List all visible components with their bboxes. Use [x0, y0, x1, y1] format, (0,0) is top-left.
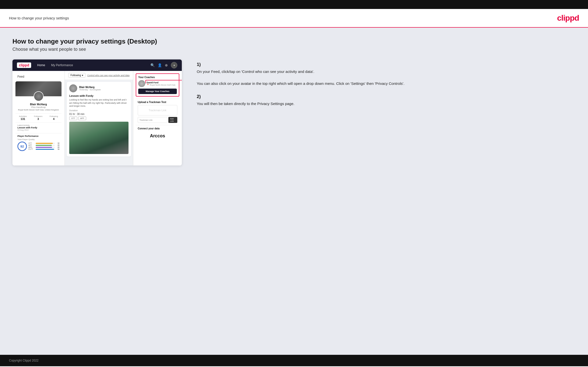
- app-navbar: clippd Home My Performance 🔍 👤 ⊕ ▾: [12, 59, 182, 71]
- feed-avatar: [69, 84, 77, 92]
- profile-avatar-wrap: [15, 91, 62, 101]
- feed-tag: OTT: [69, 116, 77, 120]
- header: How to change your privacy settings clip…: [0, 9, 588, 28]
- clippd-logo: clippd: [557, 13, 579, 23]
- pp-bar-track: [36, 147, 55, 148]
- feed-header: Following ▾ Control who can see your act…: [65, 71, 133, 80]
- pp-bar-val: 96: [56, 148, 60, 150]
- instruction-1: 1) On your Feed, click/tap on 'Control w…: [197, 62, 576, 87]
- profile-stats: Activities 131 Followers 3 Following 4: [15, 113, 62, 122]
- connect-section: Connect your data Arccos: [136, 125, 179, 143]
- instruction-2-text: You will then be taken directly to the P…: [197, 101, 576, 107]
- copyright: Copyright Clippd 2022: [9, 359, 39, 362]
- instructions: 1) On your Feed, click/tap on 'Control w…: [192, 59, 576, 114]
- privacy-link[interactable]: Control who can see your activity and da…: [87, 74, 130, 77]
- instruction-2-num: 2): [197, 94, 576, 99]
- nav-icons: 🔍 👤 ⊕ ▾: [150, 62, 177, 68]
- stat-activities: Activities 131: [19, 115, 27, 120]
- search-icon[interactable]: 🔍: [150, 63, 155, 67]
- feed-tab[interactable]: Feed: [15, 74, 62, 79]
- profile-name: Blair McHarg: [17, 103, 60, 106]
- trackman-input-row: Add Link: [138, 117, 177, 123]
- feed-user-info: Blair McHarg Yesterday · Sunningdale: [79, 86, 101, 91]
- pp-score: 92: [17, 142, 27, 151]
- feed-card-header: Blair McHarg Yesterday · Sunningdale: [69, 84, 129, 92]
- location-icon: 📍: [147, 84, 149, 86]
- feed-card: Blair McHarg Yesterday · Sunningdale Les…: [67, 82, 131, 157]
- pp-bar-row: APP 85: [28, 144, 60, 146]
- two-col-layout: clippd Home My Performance 🔍 👤 ⊕ ▾ Feed: [12, 59, 576, 165]
- coach-info: David Ford 📍 Royal North Devon Golf Club: [147, 81, 175, 86]
- page-title-section: How to change your privacy settings (Des…: [12, 38, 576, 52]
- feed-tag: APP: [78, 116, 86, 120]
- pp-bar-fill: [36, 147, 52, 148]
- pp-bar-label: PUTT: [28, 148, 35, 150]
- pp-bar-label: OTT: [28, 142, 35, 144]
- pp-bar-fill: [36, 149, 54, 150]
- profile-club: Royal North Devon Golf Club, United King…: [17, 109, 60, 111]
- main-content: How to change your privacy settings (Des…: [0, 28, 588, 355]
- feed-tags: OTTAPP: [69, 116, 129, 120]
- trackman-placeholder: Trackman Link: [140, 109, 175, 112]
- trackman-box: Trackman Link: [138, 105, 177, 115]
- lesson-desc: Looking to feel like my hands are exitin…: [69, 98, 129, 108]
- person-icon[interactable]: 👤: [158, 63, 162, 67]
- coach-club: 📍 Royal North Devon Golf Club: [147, 84, 175, 86]
- player-performance: Player Performance Total Player Quality …: [15, 133, 62, 153]
- pp-bar-val: 86: [56, 146, 60, 148]
- app-logo: clippd: [17, 62, 31, 68]
- highlight-box: Your Coaches David Ford 📍 Royal North De…: [136, 73, 179, 97]
- page-title: How to change your privacy settings (Des…: [12, 38, 576, 45]
- pp-bar-row: ARG 86: [28, 146, 60, 148]
- app-body: Feed Blair McHarg Plus Handicap Royal No: [12, 71, 182, 165]
- pp-bar-fill: [36, 143, 53, 144]
- stat-following: Following 4: [50, 115, 58, 120]
- profile-info: Blair McHarg Plus Handicap Royal North D…: [15, 101, 62, 112]
- pp-bar-track: [36, 145, 55, 146]
- instruction-2: 2) You will then be taken directly to th…: [197, 94, 576, 107]
- footer: Copyright Clippd 2022: [0, 355, 588, 366]
- profile-card: Blair McHarg Plus Handicap Royal North D…: [15, 81, 62, 153]
- top-bar: [0, 0, 588, 9]
- pp-bar-val: 85: [56, 144, 60, 146]
- pp-bar-track: [36, 149, 55, 150]
- pp-bar-row: OTT 90: [28, 142, 60, 144]
- app-sidebar: Feed Blair McHarg Plus Handicap Royal No: [12, 71, 65, 165]
- chevron-down-icon: ▾: [82, 74, 83, 77]
- breadcrumb: How to change your privacy settings: [9, 16, 69, 20]
- add-circle-icon[interactable]: ⊕: [165, 63, 168, 67]
- app-feed: Following ▾ Control who can see your act…: [65, 71, 133, 165]
- feed-image: [69, 122, 129, 154]
- following-button[interactable]: Following ▾: [68, 73, 85, 78]
- pp-bar-val: 90: [56, 142, 60, 144]
- feed-image-inner: [69, 122, 129, 154]
- coaches-section: Your Coaches David Ford 📍 Royal North De…: [136, 74, 179, 96]
- pp-bar-row: PUTT 96: [28, 148, 60, 150]
- lesson-title: Lesson with Fordy: [69, 94, 129, 97]
- trackman-title: Upload a Trackman Test: [138, 101, 177, 104]
- coach-row: David Ford 📍 Royal North Devon Golf Club: [138, 80, 177, 87]
- connect-title: Connect your data: [138, 127, 177, 130]
- duration-label: Duration: [69, 109, 129, 112]
- pp-bars: OTT 90 APP 85 ARG 86 PUTT: [28, 142, 60, 150]
- instruction-1-text: On your Feed, click/tap on 'Control who …: [197, 69, 576, 87]
- latest-activity: Latest Activity Lesson with Fordy 03 Aug…: [15, 122, 62, 133]
- trackman-input[interactable]: [138, 117, 167, 123]
- pp-bar-label: APP: [28, 144, 35, 146]
- avatar-dropdown-btn[interactable]: ▾: [171, 62, 177, 68]
- nav-my-performance[interactable]: My Performance: [51, 63, 73, 67]
- arccos-logo: Arccos: [138, 131, 177, 141]
- manage-coaches-button[interactable]: Manage Your Coaches: [138, 89, 177, 94]
- pp-bar-label: ARG: [28, 146, 35, 148]
- stat-followers: Followers 3: [34, 115, 42, 120]
- duration-value: 01 hr : 30 min: [69, 113, 129, 115]
- pp-bar-fill: [36, 145, 52, 146]
- pp-body: 92 OTT 90 APP 85 ARG 86: [17, 142, 60, 151]
- app-screenshot: clippd Home My Performance 🔍 👤 ⊕ ▾ Feed: [12, 59, 182, 165]
- pp-bar-track: [36, 143, 55, 144]
- app-right-sidebar: Your Coaches David Ford 📍 Royal North De…: [133, 71, 182, 165]
- nav-home[interactable]: Home: [37, 63, 45, 67]
- profile-subtitle: Plus Handicap: [17, 106, 60, 108]
- coach-avatar: [138, 80, 145, 87]
- add-link-button[interactable]: Add Link: [168, 117, 177, 123]
